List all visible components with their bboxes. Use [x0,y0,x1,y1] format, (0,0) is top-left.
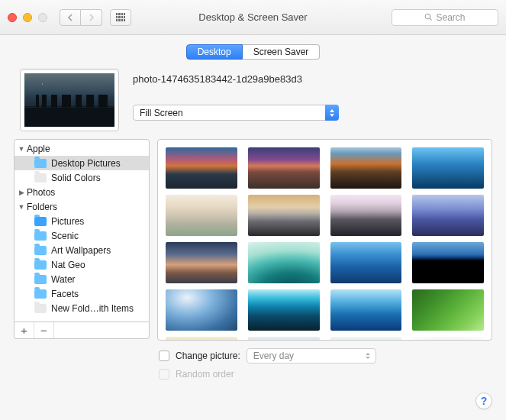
minimize-window-button[interactable] [23,13,32,22]
wallpaper-thumb[interactable] [412,242,484,283]
prefpane-body: Desktop Screen Saver photo-1474635183442… [0,35,506,420]
wallpaper-thumb[interactable] [330,147,402,189]
tree-item-facets[interactable]: Facets [15,286,149,301]
remove-folder-button[interactable]: − [34,322,54,338]
wallpaper-thumb[interactable] [330,337,402,341]
disclosure-down-icon: ▼ [18,203,25,211]
fit-mode-select[interactable]: Fill Screen [133,105,339,121]
nav-buttons [60,9,102,26]
folder-icon [34,231,47,241]
wallpaper-thumb[interactable] [330,289,402,331]
close-window-button[interactable] [8,13,17,22]
search-icon [424,13,433,21]
tree-item-art-wallpapers[interactable]: Art Wallpapers [15,243,149,257]
tree-item-water[interactable]: Water [15,272,149,286]
wallpaper-preview [20,69,119,131]
tree-item-new-folder[interactable]: New Fold…ith Items [15,301,149,315]
add-remove-bar: + − [14,322,150,339]
tree-item-folders[interactable]: ▼ Folders [15,199,149,214]
wallpaper-thumb[interactable] [248,337,320,341]
change-interval-value: Every day [253,351,294,361]
random-order-label: Random order [176,369,234,380]
tree-item-apple[interactable]: ▼ Apple [15,141,149,156]
wallpaper-thumb[interactable] [330,242,402,283]
grid-icon [116,13,125,22]
wallpaper-preview-image [24,73,114,127]
folder-icon [34,304,47,313]
window-titlebar: Desktop & Screen Saver Search [0,0,506,35]
fit-mode-value: Fill Screen [140,108,183,118]
wallpaper-thumb[interactable] [412,289,484,331]
wallpaper-thumb[interactable] [166,147,237,189]
wallpaper-thumb[interactable] [248,242,320,283]
tab-screensaver[interactable]: Screen Saver [243,44,321,60]
add-folder-button[interactable]: + [15,322,34,338]
disclosure-right-icon: ▶ [18,189,25,196]
folder-icon [34,173,47,183]
wallpaper-thumb[interactable] [166,289,237,331]
folder-icon [34,159,47,168]
wallpaper-thumb[interactable] [248,289,320,331]
change-picture-label: Change picture: [176,351,240,361]
wallpaper-thumb[interactable] [330,195,402,236]
tab-bar: Desktop Screen Saver [14,44,492,60]
change-interval-select[interactable]: Every day [247,348,376,363]
wallpaper-thumb[interactable] [248,195,320,236]
wallpaper-grid [157,139,492,341]
back-button[interactable] [60,9,81,26]
window-controls [8,13,47,22]
add-remove-spacer [54,322,149,338]
tree-item-nat-geo[interactable]: Nat Geo [15,257,149,272]
random-order-checkbox [159,369,169,380]
folder-icon [34,246,47,255]
search-placeholder: Search [436,12,465,23]
folder-icon [34,275,47,284]
tab-desktop[interactable]: Desktop [186,44,243,60]
wallpaper-thumb[interactable] [412,147,484,189]
source-list: ▼ Apple Desktop Pictures Solid Colors ▶ … [14,139,150,322]
disclosure-down-icon: ▼ [18,145,25,153]
chevron-updown-icon [363,351,372,361]
change-picture-checkbox[interactable] [159,351,169,361]
folder-icon [34,289,47,299]
wallpaper-filename: photo-1474635183442-1d29a9be83d3 [133,73,486,85]
wallpaper-thumb[interactable] [166,195,237,236]
folder-icon [34,260,47,270]
tree-item-pictures[interactable]: Pictures [15,214,149,228]
wallpaper-thumb[interactable] [412,195,484,236]
wallpaper-thumb[interactable] [166,242,237,283]
tree-item-photos[interactable]: ▶ Photos [15,185,149,199]
wallpaper-thumb[interactable] [248,147,320,189]
show-all-button[interactable] [110,9,131,26]
tree-item-desktop-pictures[interactable]: Desktop Pictures [15,156,149,170]
search-input[interactable]: Search [392,9,498,26]
help-button[interactable]: ? [475,393,492,409]
folder-camera-icon [34,217,47,226]
zoom-window-button [38,13,47,22]
chevron-updown-icon [325,105,339,121]
wallpaper-thumb[interactable] [166,337,237,341]
forward-button[interactable] [81,9,102,26]
wallpaper-thumb[interactable] [412,337,484,341]
bottom-options: Change picture: Every day Random order [159,347,492,383]
tree-item-solid-colors[interactable]: Solid Colors [15,170,149,185]
tree-item-scenic[interactable]: Scenic [15,228,149,243]
